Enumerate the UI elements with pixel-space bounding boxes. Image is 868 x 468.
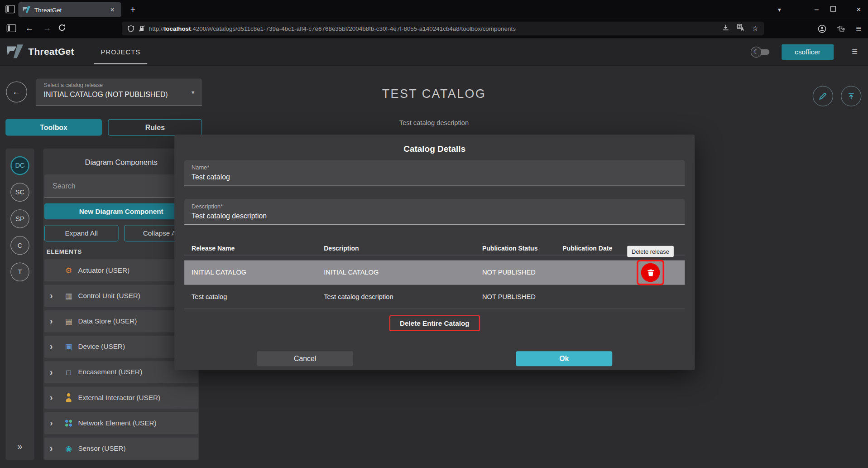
save-page-icon[interactable] [722, 24, 730, 34]
table-row[interactable]: Test catalog Test catalog description NO… [184, 285, 685, 309]
col-description: Description [324, 245, 482, 251]
dark-mode-toggle[interactable]: ☾ [750, 46, 770, 57]
list-item-sensor[interactable]: › Sensor (USER) [44, 438, 198, 460]
threatget-favicon-icon [23, 6, 30, 14]
sidebar-item-sp[interactable]: SP [10, 209, 29, 228]
delete-entire-catalog-button[interactable]: Delete Entire Catalog [389, 315, 480, 331]
pencil-icon [819, 92, 827, 100]
list-item-network-element[interactable]: › Network Element (USER) [44, 412, 198, 434]
col-publication-status: Publication Status [482, 245, 562, 251]
bookmark-star-icon[interactable]: ☆ [752, 24, 758, 33]
tab-toolbox[interactable]: Toolbox [5, 119, 102, 136]
expand-sidebar-icon[interactable]: » [5, 441, 34, 451]
catalog-details-dialog: Catalog Details Name* Test catalog Descr… [174, 135, 695, 370]
element-label: External Interactor (USER) [78, 394, 160, 401]
cell-publication-status: NOT PUBLISHED [482, 293, 562, 300]
moon-icon: ☾ [750, 46, 761, 57]
expand-chevron-icon[interactable]: › [50, 444, 62, 454]
url-text[interactable]: http://localhost:4200/#/catalogs/d511c8e… [149, 25, 717, 32]
browser-tab[interactable]: ThreatGet × [18, 2, 121, 17]
cell-publication-status: NOT PUBLISHED [482, 268, 562, 276]
expand-chevron-icon[interactable]: › [50, 367, 62, 377]
description-field[interactable]: Description* Test catalog description [184, 199, 685, 225]
cancel-button[interactable]: Cancel [257, 351, 353, 366]
browser-back-icon[interactable]: ← [23, 22, 35, 34]
url-host: localhost [164, 25, 191, 32]
user-account-button[interactable]: csofficer [782, 44, 834, 59]
releases-table-header: Release Name Description Publication Sta… [184, 241, 685, 256]
cell-release-name: INITIAL CATALOG [192, 268, 324, 276]
tab-close-icon[interactable]: × [108, 5, 117, 14]
urlbar-actions: ☆ [722, 24, 758, 34]
trash-icon [646, 268, 654, 276]
name-field-value: Test catalog [192, 173, 677, 181]
browser-reload-icon[interactable] [58, 23, 67, 33]
description-field-value: Test catalog description [192, 212, 677, 220]
browser-forward-icon[interactable]: → [41, 22, 53, 34]
data-store-icon [64, 317, 73, 326]
expand-chevron-icon[interactable]: › [50, 393, 62, 403]
url-protocol: http:// [149, 25, 164, 32]
tab-rules[interactable]: Rules [108, 119, 202, 136]
expand-chevron-icon[interactable]: › [50, 316, 62, 326]
url-path: :4200/#/catalogs/d511c8e1-739a-4bc1-aff4… [191, 25, 516, 32]
list-all-tabs-icon[interactable]: ▾ [774, 5, 785, 14]
app-header: ThreatGet PROJECTS ☾ csofficer ≡ [0, 38, 868, 66]
element-label: Control Unit (USER) [78, 292, 140, 299]
encasement-icon [64, 368, 73, 377]
element-label: Data Store (USER) [78, 318, 137, 325]
element-label: Network Element (USER) [78, 420, 156, 427]
table-row-selected[interactable]: INITIAL CATALOG INITIAL CATALOG NOT PUBL… [184, 261, 685, 285]
list-item-external-interactor[interactable]: › External Interactor (USER) [44, 386, 198, 409]
window-maximize-icon[interactable] [830, 6, 836, 11]
expand-chevron-icon[interactable]: › [50, 342, 62, 352]
sidebar-item-t[interactable]: T [10, 263, 29, 282]
sidebar-item-sc[interactable]: SC [10, 183, 29, 202]
main-content: ← Select a catalog release INITIAL CATAL… [0, 66, 868, 468]
browser-toolbar: ← → http://localhost:4200/#/catalogs/d51… [0, 19, 868, 39]
new-tab-button[interactable]: + [126, 3, 139, 16]
browser-tab-strip: ThreatGet × + ▾ – × [0, 0, 868, 19]
category-sidebar: DC SC SP C T » [5, 149, 34, 460]
expand-chevron-icon[interactable]: › [50, 291, 62, 301]
app-menu-icon[interactable]: ≡ [848, 46, 861, 58]
window-minimize-icon[interactable]: – [809, 3, 824, 15]
dialog-title: Catalog Details [174, 144, 695, 154]
firefox-view-icon[interactable] [5, 5, 15, 13]
tab-title: ThreatGet [34, 6, 108, 13]
browser-menu-icon[interactable]: ≡ [853, 22, 865, 36]
sidebar-toggle-icon[interactable] [7, 24, 16, 32]
nav-tab-projects[interactable]: PROJECTS [94, 39, 147, 64]
profile-icon[interactable] [816, 23, 828, 35]
delete-release-tooltip: Delete release [627, 246, 673, 257]
cell-release-name: Test catalog [192, 293, 324, 300]
external-interactor-icon [64, 393, 73, 402]
sidebar-item-c[interactable]: C [10, 236, 29, 255]
screenshot-stage: ThreatGet × + ▾ – × ← → http://localhost… [0, 0, 868, 468]
expand-all-button[interactable]: Expand All [44, 225, 119, 241]
edit-catalog-button[interactable] [813, 86, 833, 106]
sidebar-item-diagram-components[interactable]: DC [10, 156, 29, 175]
tracking-shield-icon[interactable] [127, 24, 134, 32]
translate-icon[interactable] [737, 24, 745, 34]
ok-button[interactable]: Ok [516, 351, 612, 366]
network-element-icon [64, 419, 73, 428]
cell-description: INITIAL CATALOG [324, 268, 482, 276]
element-label: Device (USER) [78, 343, 125, 351]
url-bar[interactable]: http://localhost:4200/#/catalogs/d511c8e… [122, 22, 764, 36]
upload-icon [847, 92, 855, 100]
element-label: Encasement (USER) [78, 368, 142, 376]
expand-chevron-icon[interactable]: › [50, 418, 62, 428]
actuator-icon [64, 266, 73, 275]
insecure-lock-icon[interactable] [139, 25, 145, 32]
extensions-icon[interactable] [835, 23, 847, 35]
delete-release-button[interactable] [641, 263, 660, 282]
publish-catalog-button[interactable] [841, 86, 861, 106]
name-field-label: Name* [192, 164, 677, 171]
brand-name: ThreatGet [28, 46, 74, 57]
name-field[interactable]: Name* Test catalog [184, 160, 685, 186]
cell-description: Test catalog description [324, 293, 482, 300]
element-label: Sensor (USER) [78, 445, 125, 453]
window-close-icon[interactable]: × [851, 3, 866, 15]
control-unit-icon [64, 291, 73, 300]
